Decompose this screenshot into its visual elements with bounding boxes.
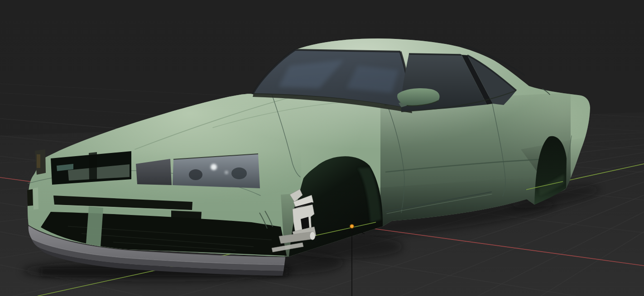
headlight xyxy=(173,154,260,188)
headlight-specular xyxy=(211,164,217,170)
upright-hole xyxy=(301,217,309,229)
object-origin-dot[interactable] xyxy=(350,224,354,229)
intake-divider xyxy=(86,206,103,247)
viewport-canvas[interactable] xyxy=(0,0,644,296)
render-view xyxy=(0,0,644,296)
corner-vent xyxy=(27,189,33,206)
